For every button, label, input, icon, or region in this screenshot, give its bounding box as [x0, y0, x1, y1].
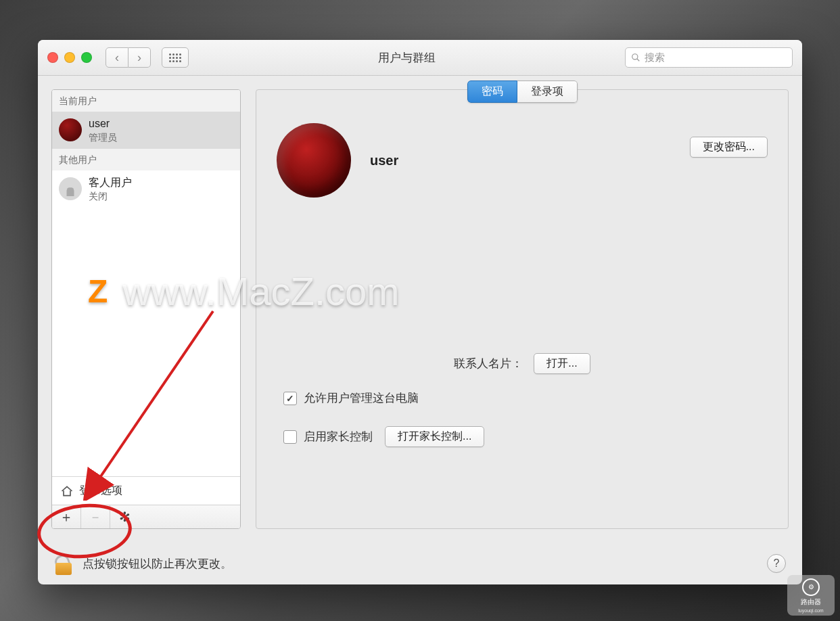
avatar[interactable]	[277, 123, 351, 198]
zoom-icon[interactable]	[81, 52, 92, 63]
sidebar: 当前用户 user 管理员 其他用户 客人用户 关闭	[51, 89, 241, 529]
profile-name: user	[370, 153, 398, 168]
profile-section: user 更改密码...	[256, 103, 788, 204]
home-icon	[60, 484, 74, 498]
plus-icon: ＋	[60, 508, 73, 526]
change-password-button[interactable]: 更改密码...	[690, 137, 768, 158]
minus-icon: －	[89, 508, 102, 526]
guest-status: 关闭	[89, 190, 132, 202]
other-users-header: 其他用户	[52, 149, 240, 170]
lock-help-text: 点按锁按钮以防止再次更改。	[83, 556, 232, 572]
window-body: 当前用户 user 管理员 其他用户 客人用户 关闭	[38, 76, 802, 543]
remove-user-button[interactable]: －	[81, 505, 110, 528]
search-input[interactable]: 搜索	[625, 47, 793, 68]
contact-card-row: 联系人名片： 打开...	[256, 353, 788, 374]
allow-admin-row: 允许用户管理这台电脑	[256, 386, 788, 410]
back-button[interactable]: ‹	[106, 47, 129, 68]
parental-row: 启用家长控制 打开家长控制...	[256, 422, 788, 451]
search-placeholder: 搜索	[645, 51, 665, 64]
window-title: 用户与群组	[195, 50, 618, 66]
current-user-header: 当前用户	[52, 90, 240, 112]
forward-button[interactable]: ›	[129, 47, 151, 68]
corner-watermark: ⚙ 路由器 luyouqi.com	[787, 575, 835, 616]
corner-sub: luyouqi.com	[798, 608, 823, 613]
parental-checkbox[interactable]	[283, 430, 297, 444]
lock-button[interactable]	[54, 552, 73, 575]
open-contact-button[interactable]: 打开...	[534, 353, 590, 374]
nav-buttons: ‹ ›	[106, 47, 151, 68]
tab-password[interactable]: 密码	[467, 80, 517, 103]
guest-avatar-icon	[59, 177, 82, 200]
footer: 点按锁按钮以防止再次更改。 ?	[38, 543, 802, 584]
user-name: user	[89, 117, 117, 131]
avatar-icon	[59, 118, 82, 141]
preferences-window: ‹ › 用户与群组 搜索 当前用户 user 管理员	[38, 40, 802, 584]
user-info: 客人用户 关闭	[89, 176, 132, 202]
sidebar-item-guest-user[interactable]: 客人用户 关闭	[52, 170, 240, 208]
sidebar-toolbar: ＋ － ✻	[52, 505, 240, 528]
tab-login-items[interactable]: 登录项	[517, 80, 578, 103]
user-role: 管理员	[89, 131, 117, 143]
login-options-button[interactable]: 登录选项	[52, 476, 240, 505]
svg-point-0	[632, 54, 638, 60]
parental-label: 启用家长控制	[304, 429, 373, 444]
search-icon	[631, 53, 640, 62]
contact-card-label: 联系人名片：	[454, 356, 523, 371]
open-parental-button[interactable]: 打开家长控制...	[385, 426, 484, 447]
chevron-right-icon: ›	[137, 51, 141, 65]
allow-admin-label: 允许用户管理这台电脑	[304, 390, 419, 406]
login-options-label: 登录选项	[79, 484, 122, 498]
show-all-button[interactable]	[162, 47, 189, 68]
user-info: user 管理员	[89, 117, 117, 143]
titlebar: ‹ › 用户与群组 搜索	[38, 40, 802, 76]
gear-icon: ✻	[119, 509, 131, 525]
actions-button[interactable]: ✻	[110, 505, 139, 528]
corner-label: 路由器	[801, 597, 821, 607]
add-user-button[interactable]: ＋	[52, 505, 81, 528]
lock-body-icon	[55, 563, 72, 575]
router-icon: ⚙	[802, 578, 820, 596]
chevron-left-icon: ‹	[115, 51, 119, 65]
traffic-lights	[47, 52, 92, 63]
sidebar-item-current-user[interactable]: user 管理员	[52, 112, 240, 149]
help-button[interactable]: ?	[767, 554, 786, 573]
main-panel: 密码 登录项 user 更改密码... 联系人名片： 打开... 允许用户管理这…	[256, 89, 789, 529]
grid-icon	[169, 53, 181, 62]
tabs: 密码 登录项	[256, 80, 788, 103]
close-icon[interactable]	[47, 52, 58, 63]
svg-line-1	[637, 59, 640, 62]
guest-name: 客人用户	[89, 176, 132, 190]
allow-admin-checkbox[interactable]	[283, 392, 297, 405]
minimize-icon[interactable]	[64, 52, 75, 63]
question-icon: ?	[774, 557, 780, 570]
